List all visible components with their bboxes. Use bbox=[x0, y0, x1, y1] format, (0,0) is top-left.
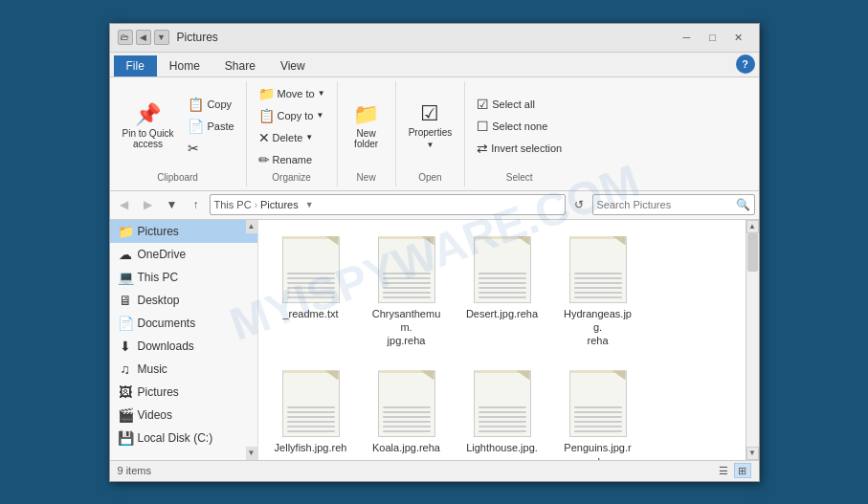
recent-button[interactable]: ▼ bbox=[162, 194, 183, 215]
file-line bbox=[383, 287, 431, 289]
delete-button[interactable]: ✕ Delete ▼ bbox=[253, 127, 331, 148]
scroll-thumb[interactable] bbox=[747, 233, 758, 272]
file-line bbox=[383, 416, 431, 418]
file-line bbox=[287, 411, 335, 413]
sidebar-item-downloads[interactable]: ⬇ Downloads bbox=[110, 335, 257, 358]
maximize-button[interactable]: □ bbox=[701, 28, 725, 47]
select-all-button[interactable]: ☑ Select all bbox=[471, 94, 568, 115]
file-line bbox=[383, 296, 431, 298]
sidebar-scroll-down[interactable]: ▼ bbox=[246, 447, 257, 460]
file-line bbox=[574, 287, 622, 289]
sidebar-item-localdisk[interactable]: 💾 Local Disk (C:) bbox=[110, 427, 257, 449]
file-item[interactable]: Koala.jpg.reha bbox=[364, 363, 450, 459]
view-toggle-buttons: ☰ ⊞ bbox=[715, 463, 751, 478]
file-lines bbox=[475, 269, 530, 302]
tab-share[interactable]: Share bbox=[212, 55, 268, 77]
file-item[interactable]: _readme.txt bbox=[268, 230, 354, 355]
up-button[interactable]: ↑ bbox=[186, 194, 207, 215]
tab-home[interactable]: Home bbox=[157, 55, 212, 77]
search-input[interactable] bbox=[597, 199, 733, 210]
sidebar-item-label: OneDrive bbox=[138, 248, 187, 261]
file-item[interactable]: Chrysanthemum.jpg.reha bbox=[364, 230, 450, 355]
sidebar-item-pictures-top[interactable]: 📁 Pictures bbox=[110, 220, 257, 243]
file-line bbox=[287, 287, 335, 289]
breadcrumb-pictures: Pictures bbox=[260, 199, 299, 210]
new-folder-button[interactable]: 📁 Newfolder bbox=[344, 99, 389, 154]
sidebar-item-label: This PC bbox=[138, 271, 179, 284]
pin-icon: 📌 bbox=[135, 104, 161, 125]
sidebar-scroll-up[interactable]: ▲ bbox=[246, 220, 257, 233]
file-line bbox=[574, 421, 622, 423]
file-lines bbox=[570, 403, 626, 436]
paste-button[interactable]: 📄 Paste bbox=[182, 116, 239, 137]
invert-selection-button[interactable]: ⇄ Invert selection bbox=[471, 138, 568, 159]
file-line bbox=[383, 292, 431, 294]
vertical-scrollbar[interactable]: ▲ ▼ bbox=[746, 220, 759, 460]
file-line bbox=[574, 416, 622, 418]
new-content: 📁 Newfolder bbox=[344, 83, 389, 170]
sidebar-item-thispc[interactable]: 💻 This PC bbox=[110, 266, 257, 289]
scroll-track[interactable] bbox=[746, 233, 759, 447]
copy-to-button[interactable]: 📋 Copy to ▼ bbox=[253, 105, 331, 126]
search-box[interactable]: 🔍 bbox=[592, 194, 755, 215]
file-item[interactable]: Hydrangeas.jpg.reha bbox=[555, 230, 641, 355]
select-all-label: Select all bbox=[492, 99, 535, 110]
sidebar-item-music[interactable]: ♫ Music bbox=[110, 358, 257, 381]
sidebar-item-pictures[interactable]: 🖼 Pictures bbox=[110, 381, 257, 404]
file-icon bbox=[378, 236, 435, 303]
tile-view-button[interactable]: ⊞ bbox=[734, 463, 751, 478]
file-item[interactable]: Desert.jpg.reha bbox=[459, 230, 545, 355]
file-line bbox=[383, 273, 431, 274]
address-dropdown-arrow[interactable]: ▼ bbox=[305, 200, 314, 209]
quick-access-2[interactable]: ▼ bbox=[154, 30, 169, 45]
sidebar-item-documents[interactable]: 📄 Documents bbox=[110, 312, 257, 335]
properties-button[interactable]: ☑ Properties ▼ bbox=[402, 99, 459, 154]
pin-quick-access-button[interactable]: 📌 Pin to Quickaccess bbox=[116, 99, 181, 154]
file-lines bbox=[283, 403, 339, 436]
refresh-button[interactable]: ↺ bbox=[568, 194, 590, 215]
ribbon-group-clipboard: 📌 Pin to Quickaccess 📋 Copy 📄 Paste ✂ bbox=[110, 81, 247, 186]
file-line bbox=[383, 421, 431, 423]
minimize-button[interactable]: ─ bbox=[675, 28, 700, 47]
tab-view[interactable]: View bbox=[268, 55, 318, 77]
file-icon bbox=[569, 236, 627, 303]
open-label: Open bbox=[402, 172, 459, 185]
sidebar-item-desktop[interactable]: 🖥 Desktop bbox=[110, 289, 257, 312]
file-item[interactable]: Jellyfish.jpg.reha bbox=[268, 363, 354, 459]
invert-label: Invert selection bbox=[491, 142, 562, 154]
file-icon bbox=[569, 370, 627, 437]
copy-button[interactable]: 📋 Copy bbox=[182, 94, 239, 115]
file-line bbox=[287, 296, 335, 298]
tab-file[interactable]: File bbox=[114, 55, 157, 77]
move-to-button[interactable]: 📁 Move to ▼ bbox=[253, 83, 331, 104]
help-button[interactable]: ? bbox=[736, 55, 755, 74]
back-button[interactable]: ◀ bbox=[114, 194, 135, 215]
sidebar-localdisk-icon: 💾 bbox=[118, 430, 133, 446]
file-icon bbox=[282, 370, 340, 437]
select-none-button[interactable]: ☐ Select none bbox=[471, 116, 568, 137]
close-button[interactable]: ✕ bbox=[726, 28, 751, 47]
new-label: New bbox=[344, 172, 389, 185]
clipboard-label: Clipboard bbox=[116, 172, 240, 185]
sidebar-item-onedrive[interactable]: ☁ OneDrive bbox=[110, 243, 257, 266]
select-label: Select bbox=[471, 172, 568, 185]
select-none-label: Select none bbox=[492, 121, 547, 132]
file-icon bbox=[474, 370, 531, 437]
rename-button[interactable]: ✏ Rename bbox=[253, 149, 331, 170]
move-dropdown-arrow: ▼ bbox=[318, 89, 325, 98]
file-line bbox=[479, 292, 526, 294]
file-item[interactable]: Penguins.jpg.reha bbox=[555, 363, 641, 459]
scroll-up-arrow[interactable]: ▲ bbox=[746, 220, 759, 233]
address-input[interactable]: This PC › Pictures ▼ bbox=[210, 194, 566, 215]
sidebar-item-videos[interactable]: 🎬 Videos bbox=[110, 404, 257, 427]
file-item[interactable]: Lighthouse.jpg.reha bbox=[459, 363, 545, 459]
list-view-button[interactable]: ☰ bbox=[715, 463, 732, 478]
scroll-down-arrow[interactable]: ▼ bbox=[746, 447, 759, 460]
sidebar-thispc-icon: 💻 bbox=[118, 270, 133, 285]
quick-access-1[interactable]: ◀ bbox=[136, 30, 151, 45]
file-line bbox=[574, 292, 622, 294]
organize-label: Organize bbox=[253, 172, 331, 185]
sidebar-item-label: Documents bbox=[138, 317, 196, 330]
cut-button[interactable]: ✂ bbox=[182, 138, 239, 159]
forward-button[interactable]: ▶ bbox=[138, 194, 159, 215]
